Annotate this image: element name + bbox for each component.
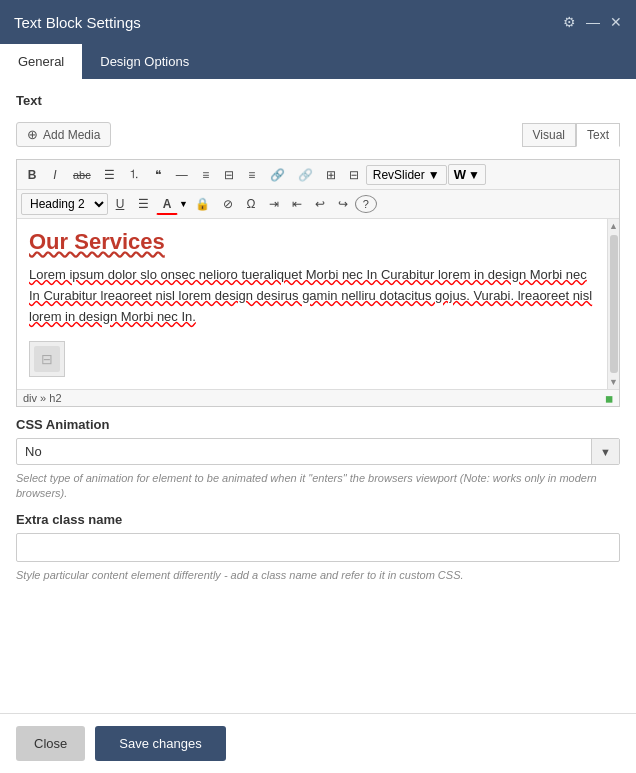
title-bar-controls: ⚙ — ✕ — [563, 14, 622, 30]
toolbar-row-2: Heading 2 Heading 1 Heading 3 Heading 4 … — [17, 190, 619, 219]
visual-text-toggle: Visual Text — [522, 123, 620, 147]
svg-text:⊟: ⊟ — [41, 351, 53, 367]
tab-general[interactable]: General — [0, 44, 82, 79]
table-options-button[interactable]: ⊟ — [343, 165, 365, 185]
revslider-button[interactable]: RevSlider ▼ — [366, 165, 447, 185]
css-animation-section: CSS Animation No Bounce Flash Pulse Shak… — [16, 417, 620, 502]
wp-button[interactable]: W ▼ — [448, 164, 486, 185]
justify-button[interactable]: ☰ — [132, 194, 155, 214]
minimize-icon[interactable]: — — [586, 14, 600, 30]
scroll-up-icon[interactable]: ▲ — [609, 221, 618, 231]
align-left-button[interactable]: ≡ — [195, 165, 217, 185]
text-block-settings-window: Text Block Settings ⚙ — ✕ General Design… — [0, 0, 636, 773]
css-animation-arrow-icon[interactable]: ▼ — [591, 439, 619, 464]
undo-button[interactable]: ↩ — [309, 194, 331, 214]
editor-path-text: div » h2 — [23, 392, 62, 404]
editor-image-placeholder: ⊟ — [29, 341, 65, 377]
extra-class-section: Extra class name Style particular conten… — [16, 512, 620, 583]
scroll-thumb[interactable] — [610, 235, 618, 373]
scroll-down-icon[interactable]: ▼ — [609, 377, 618, 387]
unordered-list-button[interactable]: ☰ — [98, 165, 121, 185]
extra-class-hint: Style particular content element differe… — [16, 568, 620, 583]
blockquote-button[interactable]: ❝ — [147, 165, 169, 185]
footer: Close Save changes — [0, 713, 636, 773]
revslider-arrow-icon: ▼ — [428, 168, 440, 182]
revslider-label: RevSlider — [373, 168, 425, 182]
save-changes-button[interactable]: Save changes — [95, 726, 225, 761]
css-animation-select[interactable]: No Bounce Flash Pulse Shake Swing Tada W… — [17, 439, 591, 464]
bold-button[interactable]: B — [21, 165, 43, 185]
add-media-label: Add Media — [43, 128, 100, 142]
editor-path: div » h2 — [23, 392, 62, 404]
title-bar: Text Block Settings ⚙ — ✕ — [0, 0, 636, 44]
extra-class-input[interactable] — [16, 533, 620, 562]
editor-wrapper: B I abc ☰ ⒈ ❝ — ≡ ⊟ ≡ 🔗 🔗 ⊞ ⊟ RevSlider … — [16, 159, 620, 407]
link-button[interactable]: 🔗 — [264, 165, 291, 185]
editor-status-bar: div » h2 ◼ — [17, 389, 619, 406]
help-button[interactable]: ? — [355, 195, 377, 213]
css-animation-label: CSS Animation — [16, 417, 620, 432]
settings-icon[interactable]: ⚙ — [563, 14, 576, 30]
editor-content[interactable]: Our Services Lorem ipsum dolor slo onsec… — [17, 219, 607, 389]
tab-design-options[interactable]: Design Options — [82, 44, 207, 79]
text-color-button[interactable]: A — [156, 194, 178, 215]
text-section: Text — [16, 93, 620, 112]
unlink-button[interactable]: 🔗 — [292, 165, 319, 185]
insert-table-button[interactable]: ⊞ — [320, 165, 342, 185]
wp-label: W — [454, 167, 466, 182]
toolbar-row-1: B I abc ☰ ⒈ ❝ — ≡ ⊟ ≡ 🔗 🔗 ⊞ ⊟ RevSlider … — [17, 160, 619, 190]
resize-icon: ◼ — [605, 393, 613, 404]
close-window-icon[interactable]: ✕ — [610, 14, 622, 30]
text-label: Text — [16, 93, 620, 108]
horizontal-rule-button[interactable]: — — [170, 165, 194, 185]
indent-button[interactable]: ⇥ — [263, 194, 285, 214]
wp-arrow-icon: ▼ — [468, 168, 480, 182]
strikethrough-button[interactable]: abc — [67, 166, 97, 184]
italic-button[interactable]: I — [44, 165, 66, 185]
editor-body: Lorem ipsum dolor slo onsec nelioro tuer… — [29, 265, 595, 327]
editor-heading: Our Services — [29, 229, 595, 255]
window-title: Text Block Settings — [14, 14, 141, 31]
align-center-button[interactable]: ⊟ — [218, 165, 240, 185]
editor-scrollbar[interactable]: ▲ ▼ — [607, 219, 619, 389]
visual-tab-button[interactable]: Visual — [522, 123, 576, 147]
text-tab-button[interactable]: Text — [576, 123, 620, 147]
extra-class-label: Extra class name — [16, 512, 620, 527]
tab-bar: General Design Options — [0, 44, 636, 79]
underline-button[interactable]: U — [109, 194, 131, 214]
add-media-button[interactable]: ⊕ Add Media — [16, 122, 111, 147]
clear-format-button[interactable]: ⊘ — [217, 194, 239, 214]
redo-button[interactable]: ↪ — [332, 194, 354, 214]
text-color-arrow-icon: ▼ — [179, 199, 188, 209]
close-button[interactable]: Close — [16, 726, 85, 761]
ordered-list-button[interactable]: ⒈ — [122, 163, 146, 186]
css-animation-select-wrapper: No Bounce Flash Pulse Shake Swing Tada W… — [16, 438, 620, 465]
align-right-button[interactable]: ≡ — [241, 165, 263, 185]
special-chars-button[interactable]: Ω — [240, 194, 262, 214]
lock-format-button[interactable]: 🔒 — [189, 194, 216, 214]
add-media-icon: ⊕ — [27, 127, 38, 142]
css-animation-hint: Select type of animation for element to … — [16, 471, 620, 502]
content-area: Text ⊕ Add Media Visual Text B I abc ☰ ⒈… — [0, 79, 636, 713]
heading-select[interactable]: Heading 2 Heading 1 Heading 3 Heading 4 … — [21, 193, 108, 215]
outdent-button[interactable]: ⇤ — [286, 194, 308, 214]
